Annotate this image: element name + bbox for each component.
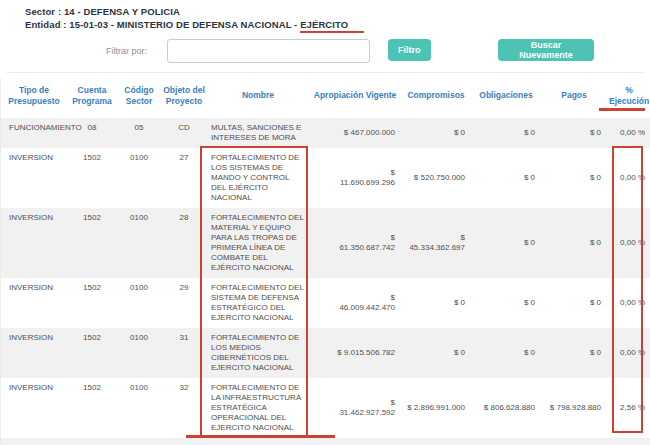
cell-tipo-presupuesto: INVERSION bbox=[1, 208, 67, 278]
table-body: FUNCIONAMIENTO 08 05 CD MULTAS, SANCIONE… bbox=[1, 118, 650, 445]
col-obligaciones: Obligaciones bbox=[471, 73, 541, 118]
cell-objeto-proyecto: CD bbox=[161, 118, 207, 148]
cell-objeto-proyecto: 33 bbox=[161, 438, 207, 445]
cell-codigo-sector: 05 bbox=[117, 118, 161, 148]
cell-cuenta-programa: 1502 bbox=[67, 438, 117, 445]
cell-obligaciones: $ 0 bbox=[471, 208, 541, 278]
cell-compromisos: $ 0 bbox=[401, 328, 471, 378]
cell-tipo-presupuesto: INVERSION bbox=[1, 378, 67, 438]
cell-pagos: $ 0 bbox=[541, 278, 607, 328]
cell-obligaciones: $ 525.304.980 bbox=[471, 438, 541, 445]
table-row: INVERSION 1502 0100 33 FORTALECIMIENTO I… bbox=[1, 438, 650, 445]
col-nombre: Nombre bbox=[207, 73, 309, 118]
cell-apropiacion-vigente: $ 31.462.927.592 bbox=[309, 378, 401, 438]
cell-objeto-proyecto: 28 bbox=[161, 208, 207, 278]
cell-tipo-presupuesto: INVERSION bbox=[1, 328, 67, 378]
cell-tipo-presupuesto: INVERSION bbox=[1, 438, 67, 445]
cell-pagos: $ 0 bbox=[541, 118, 607, 148]
entidad-prefix: Entidad : 15-01-03 - MINISTERIO DE DEFEN… bbox=[25, 19, 300, 30]
filter-input[interactable] bbox=[167, 39, 370, 63]
cell-apropiacion-vigente: $ 61.350.687.742 bbox=[309, 208, 401, 278]
col-apropiacion-vigente: Apropiación Vigente bbox=[309, 73, 401, 118]
cell-compromisos: $ 45.334.362.697 bbox=[401, 208, 471, 278]
cell-pagos: $ 0 bbox=[541, 328, 607, 378]
sector-line: Sector : 14 - DEFENSA Y POLICIA bbox=[25, 5, 364, 18]
cell-objeto-proyecto: 27 bbox=[161, 148, 207, 208]
col-pagos: Pagos bbox=[541, 73, 607, 118]
cell-objeto-proyecto: 31 bbox=[161, 328, 207, 378]
cell-pct-ejecucion: 2,20 % bbox=[607, 438, 650, 445]
cell-apropiacion-vigente: $ 46.009.442.470 bbox=[309, 278, 401, 328]
cell-nombre: FORTALECIMIENTO DE LOS SISTEMAS DE MANDO… bbox=[207, 148, 309, 208]
cell-nombre: FORTALECIMIENTO DE LA INFRAESTRUCTURA ES… bbox=[207, 378, 309, 438]
buscar-nuevamente-button[interactable]: Buscar Nuevamente bbox=[498, 39, 594, 61]
cell-pct-ejecucion: 0,00 % bbox=[607, 328, 650, 378]
cell-codigo-sector: 0100 bbox=[117, 148, 161, 208]
cell-pagos: $ 798.928.880 bbox=[541, 378, 607, 438]
col-objeto-proyecto: Objeto del Proyecto bbox=[161, 73, 207, 118]
cell-pct-ejecucion: 0,00 % bbox=[607, 118, 650, 148]
cell-compromisos: $ 0 bbox=[401, 118, 471, 148]
cell-pct-ejecucion: 0,00 % bbox=[607, 148, 650, 208]
cell-cuenta-programa: 1502 bbox=[67, 208, 117, 278]
col-compromisos: Compromisos bbox=[401, 73, 471, 118]
table-row: INVERSION 1502 0100 32 FORTALECIMIENTO D… bbox=[1, 378, 650, 438]
entidad-highlight: EJÉRCITO bbox=[300, 19, 364, 33]
cell-pct-ejecucion: 2,56 % bbox=[607, 378, 650, 438]
cell-compromisos: $ 0 bbox=[401, 278, 471, 328]
cell-cuenta-programa: 1502 bbox=[67, 328, 117, 378]
cell-pagos: $ 0 bbox=[541, 148, 607, 208]
col-tipo-presupuesto: Tipo de Presupuesto bbox=[1, 73, 67, 118]
page-header: Sector : 14 - DEFENSA Y POLICIA Entidad … bbox=[25, 5, 364, 31]
entidad-line: Entidad : 15-01-03 - MINISTERIO DE DEFEN… bbox=[25, 18, 364, 31]
cell-compromisos: $ 520.750.000 bbox=[401, 148, 471, 208]
cell-tipo-presupuesto: INVERSION bbox=[1, 278, 67, 328]
cell-objeto-proyecto: 29 bbox=[161, 278, 207, 328]
cell-pagos: $ 520.804.980 bbox=[541, 438, 607, 445]
cell-obligaciones: $ 0 bbox=[471, 118, 541, 148]
col-codigo-sector: Código Sector bbox=[117, 73, 161, 118]
cell-apropiacion-vigente: $ 23.882.521.051 bbox=[309, 438, 401, 445]
cell-nombre: FORTALECIMIENTO DEL SISTEMA DE DEFENSA E… bbox=[207, 278, 309, 328]
table-row: INVERSION 1502 0100 28 FORTALECIMIENTO D… bbox=[1, 208, 650, 278]
cell-compromisos: $ 1.103.604.980 bbox=[401, 438, 471, 445]
cell-nombre: MULTAS, SANCIONES E INTERESES DE MORA bbox=[207, 118, 309, 148]
cell-compromisos: $ 2.896.991.000 bbox=[401, 378, 471, 438]
table-row: INVERSION 1502 0100 31 FORTALECIMIENTO D… bbox=[1, 328, 650, 378]
cell-apropiacion-vigente: $ 467.000.000 bbox=[309, 118, 401, 148]
cell-obligaciones: $ 0 bbox=[471, 328, 541, 378]
cell-nombre: FORTALECIMIENTO DE LOS MEDIOS CIBERNÉTIC… bbox=[207, 328, 309, 378]
cell-pagos: $ 0 bbox=[541, 208, 607, 278]
cell-objeto-proyecto: 32 bbox=[161, 378, 207, 438]
cell-nombre: FORTALECIMIENTO INFRAESTRUCTURA DE SOPOR… bbox=[207, 438, 309, 445]
cell-codigo-sector: 0100 bbox=[117, 328, 161, 378]
cell-cuenta-programa: 1502 bbox=[67, 148, 117, 208]
cell-pct-ejecucion: 0,00 % bbox=[607, 278, 650, 328]
cell-cuenta-programa: 1502 bbox=[67, 378, 117, 438]
budget-table: Tipo de Presupuesto Cuenta Programa Códi… bbox=[0, 72, 650, 445]
cell-tipo-presupuesto: FUNCIONAMIENTO bbox=[1, 118, 67, 148]
cell-tipo-presupuesto: INVERSION bbox=[1, 148, 67, 208]
table-row: INVERSION 1502 0100 27 FORTALECIMIENTO D… bbox=[1, 148, 650, 208]
cell-apropiacion-vigente: $ 9.015.506.782 bbox=[309, 328, 401, 378]
col-pct-ejecucion: % Ejecución bbox=[607, 73, 650, 118]
cell-codigo-sector: 0100 bbox=[117, 438, 161, 445]
table-header: Tipo de Presupuesto Cuenta Programa Códi… bbox=[1, 73, 650, 118]
cell-codigo-sector: 0100 bbox=[117, 208, 161, 278]
cell-codigo-sector: 0100 bbox=[117, 378, 161, 438]
cell-pct-ejecucion: 0,00 % bbox=[607, 208, 650, 278]
table-row: INVERSION 1502 0100 29 FORTALECIMIENTO D… bbox=[1, 278, 650, 328]
table-row: FUNCIONAMIENTO 08 05 CD MULTAS, SANCIONE… bbox=[1, 118, 650, 148]
cell-obligaciones: $ 0 bbox=[471, 148, 541, 208]
cell-nombre: FORTALECIMIENTO DEL MATERIAL Y EQUIPO PA… bbox=[207, 208, 309, 278]
col-cuenta-programa: Cuenta Programa bbox=[67, 73, 117, 118]
cell-obligaciones: $ 0 bbox=[471, 278, 541, 328]
cell-apropiacion-vigente: $ 11.690.699.296 bbox=[309, 148, 401, 208]
filtro-button[interactable]: Filtro bbox=[388, 39, 431, 61]
cell-obligaciones: $ 806.628.880 bbox=[471, 378, 541, 438]
filter-label: Filtrar por: bbox=[106, 46, 147, 56]
cell-cuenta-programa: 1502 bbox=[67, 278, 117, 328]
cell-codigo-sector: 0100 bbox=[117, 278, 161, 328]
